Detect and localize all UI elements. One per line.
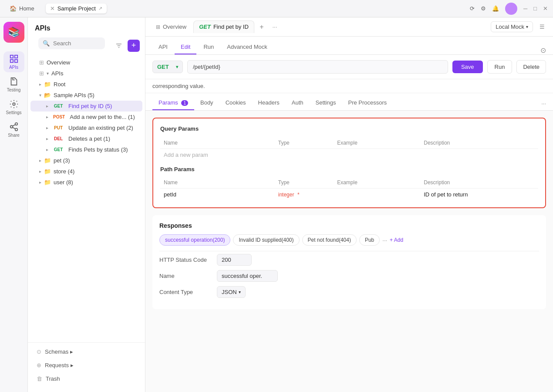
sub-tab-run-label: Run [203, 44, 214, 50]
search-input[interactable] [53, 40, 101, 47]
nav-settings[interactable]: Settings [3, 97, 24, 118]
sidebar-item-del-pet[interactable]: ▸ DEL Deletes a pet (1) [30, 133, 142, 144]
main-content: ⊞ Overview GET Find pet by ID + ··· Loca… [145, 17, 553, 392]
refresh-icon[interactable]: ⟳ [470, 5, 475, 12]
add-tab-button[interactable]: + [256, 21, 267, 33]
nav-share[interactable]: Share [3, 119, 24, 140]
sub-tab-edit-label: Edit [181, 44, 190, 50]
requests-item[interactable]: ⊕ Requests ▸ [34, 360, 139, 371]
params-tab-more[interactable]: ··· [541, 100, 546, 110]
sidebar-item-pet[interactable]: ▸ 📁 pet (3) [30, 155, 142, 166]
sidebar-item-user[interactable]: ▸ 📁 user (8) [30, 177, 142, 188]
home-label: Home [19, 5, 34, 12]
path-col-type: Type [278, 179, 334, 186]
response-tab-404[interactable]: Pet not found(404) [302, 234, 357, 246]
settings-icon[interactable]: ⚙ [481, 5, 486, 12]
delete-pet-label: Deletes a pet (1) [68, 135, 110, 142]
project-tab[interactable]: ✕ Sample Project ↗ [46, 3, 107, 14]
response-tab-pub[interactable]: Pub [359, 234, 380, 246]
sidebar-item-post-add-pet[interactable]: ▸ POST Add a new pet to the... (1) [30, 112, 142, 122]
description-bar: corresponding value. [145, 79, 553, 93]
sidebar: APIs 🔍 + ⊞ Overview ⊞ ▾ APIs [28, 17, 145, 392]
nav-apis[interactable]: APIs [3, 51, 24, 72]
required-star: * [297, 192, 300, 198]
overview-tab-label: Overview [163, 24, 186, 30]
params-tab-settings[interactable]: Settings [309, 96, 342, 110]
close-tab-icon[interactable]: ✕ [50, 5, 55, 12]
sidebar-item-sample-apis[interactable]: ▾ 📂 Sample APIs (5) [30, 90, 142, 101]
response-name-value[interactable]: successful oper. [217, 270, 278, 282]
content-type-select[interactable]: JSON ▾ [217, 286, 246, 298]
project-tab-label: Sample Project [57, 5, 96, 12]
path-col-example: Example [337, 179, 420, 186]
body-tab-label: Body [200, 99, 213, 106]
sub-tab-api[interactable]: API [152, 40, 174, 54]
search-bar[interactable]: 🔍 [38, 37, 105, 49]
apis-icon: ⊞ [39, 70, 44, 77]
sidebar-item-get-find-pet[interactable]: ▸ GET Find pet by ID (5) [30, 101, 142, 112]
tab-find-pet[interactable]: GET Find pet by ID [193, 20, 254, 33]
sidebar-item-overview[interactable]: ⊞ Overview [30, 57, 142, 68]
add-button[interactable]: + [128, 40, 140, 52]
method-del-badge: DEL [51, 136, 66, 142]
headers-tab-label: Headers [258, 99, 280, 106]
table-icon: ⊞ [156, 24, 160, 30]
response-tab-200[interactable]: successful operation(200) [159, 234, 230, 246]
schemas-item[interactable]: ⊙ Schemas ▸ [34, 346, 139, 357]
response-400-label: Invalid ID supplied(400) [239, 237, 293, 243]
target-icon[interactable]: ⊙ [540, 46, 546, 54]
chevron-store-icon: ▸ [39, 169, 41, 174]
status-code-value[interactable]: 200 [217, 254, 252, 266]
more-tabs-button[interactable]: ··· [269, 21, 280, 33]
local-mock-button[interactable]: Local Mock ▾ [491, 21, 533, 32]
params-tab-params[interactable]: Params 1 [152, 96, 194, 110]
params-badge: 1 [181, 100, 188, 106]
response-200-label: successful operation(200) [165, 237, 225, 243]
delete-button[interactable]: Delete [516, 60, 546, 74]
tab-overview[interactable]: ⊞ Overview [151, 21, 192, 33]
response-more-button[interactable]: ··· [382, 237, 387, 243]
run-button[interactable]: Run [487, 60, 513, 74]
sidebar-item-put-update-pet[interactable]: ▸ PUT Update an existing pet (2) [30, 122, 142, 133]
query-params-table: Name Type Example Description Add a new … [160, 137, 538, 161]
method-get2-badge: GET [51, 147, 66, 152]
chevron-expand-icon: ▾ [39, 93, 41, 98]
param-name: petId [164, 191, 275, 198]
save-button[interactable]: Save [452, 61, 483, 73]
add-param-row[interactable]: Add a new param [160, 149, 538, 161]
avatar[interactable] [505, 3, 517, 15]
description-text: corresponding value. [152, 83, 205, 89]
nav-testing[interactable]: Testing [3, 74, 24, 95]
home-tab[interactable]: 🏠 Home [5, 3, 39, 14]
method-post-badge: POST [51, 114, 67, 120]
sub-tab-advanced-mock[interactable]: Advanced Mock [221, 40, 273, 54]
params-tab-pre-processors[interactable]: Pre Processors [342, 96, 393, 110]
sidebar-item-get-finds-pets[interactable]: ▸ GET Finds Pets by status (3) [30, 144, 142, 155]
params-tab-auth[interactable]: Auth [286, 96, 310, 110]
titlebar-left: 🏠 Home ✕ Sample Project ↗ [5, 3, 107, 14]
status-code-label: HTTP Status Code [159, 257, 212, 263]
trash-item[interactable]: 🗑 Trash [34, 373, 139, 384]
params-tab-body[interactable]: Body [194, 96, 219, 110]
response-tab-400[interactable]: Invalid ID supplied(400) [233, 234, 299, 246]
sub-tab-edit[interactable]: Edit [175, 40, 196, 54]
nav-apis-label: APIs [9, 65, 18, 70]
maximize-btn[interactable]: □ [533, 5, 537, 12]
response-add-button[interactable]: + Add [390, 237, 403, 243]
path-param-row: petId integer * ID of pet to return [160, 188, 538, 200]
sidebar-item-store[interactable]: ▸ 📁 store (4) [30, 166, 142, 177]
bell-icon[interactable]: 🔔 [492, 5, 499, 12]
filter-button[interactable] [113, 40, 125, 52]
tab-menu-button[interactable]: ☰ [536, 21, 548, 33]
url-input[interactable] [187, 60, 448, 74]
sub-tab-run[interactable]: Run [197, 40, 220, 54]
method-select[interactable]: GET ▾ [152, 61, 183, 73]
sidebar-item-apis[interactable]: ⊞ ▾ APIs [30, 68, 142, 79]
params-section: Query Params Name Type Example Descripti… [152, 118, 546, 208]
params-tab-cookies[interactable]: Cookies [219, 96, 252, 110]
close-btn[interactable]: ✕ [543, 5, 548, 12]
minimize-btn[interactable]: ─ [523, 5, 527, 12]
params-tab-headers[interactable]: Headers [252, 96, 286, 110]
user-folder-icon: 📁 [44, 179, 51, 186]
sidebar-item-root[interactable]: ▸ 📁 Root [30, 79, 142, 90]
